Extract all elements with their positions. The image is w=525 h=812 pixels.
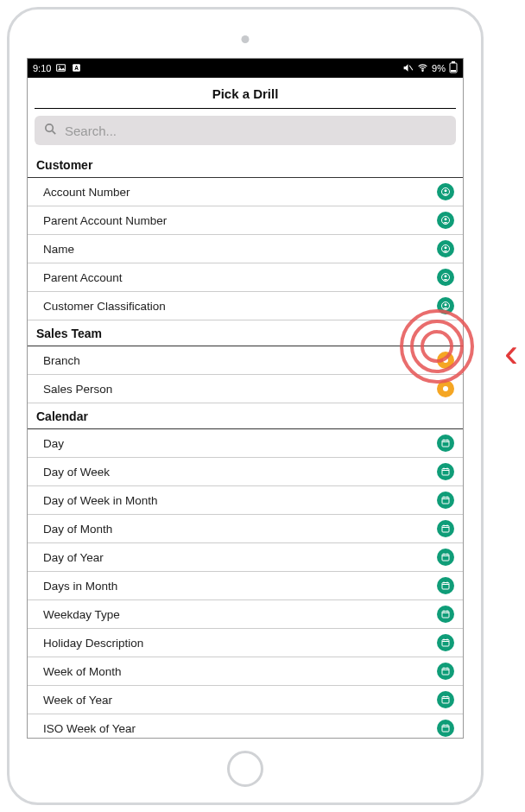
calendar-badge-icon: [437, 463, 454, 480]
svg-rect-43: [442, 583, 449, 590]
list-item[interactable]: Account Number: [28, 178, 463, 206]
dot-badge-icon: [437, 380, 454, 397]
calendar-badge-icon: [437, 634, 454, 651]
calendar-badge-icon: [437, 691, 454, 708]
list-item-label: Week of Month: [43, 665, 122, 678]
tablet-frame: 9:10 A 9% Pick a: [7, 7, 484, 805]
svg-line-10: [53, 130, 56, 134]
list-item[interactable]: Sales Person: [28, 375, 463, 403]
search-icon: [43, 122, 58, 140]
calendar-badge-icon: [437, 606, 454, 623]
list-item[interactable]: Day: [28, 429, 463, 458]
list-item-label: Account Number: [43, 186, 130, 199]
svg-rect-55: [442, 669, 449, 676]
calendar-badge-icon: [437, 577, 454, 594]
list-item[interactable]: Day of Month: [28, 515, 463, 543]
calendar-badge-icon: [437, 663, 454, 680]
section-header: Sales Team: [28, 320, 463, 346]
list-item-label: Day: [43, 437, 64, 450]
list-item[interactable]: Day of Year: [28, 543, 463, 572]
list-item-label: Day of Month: [43, 523, 112, 536]
list-item-label: Day of Year: [43, 551, 104, 564]
home-button[interactable]: [227, 751, 263, 787]
svg-line-4: [409, 65, 413, 69]
list-item-label: Sales Person: [43, 383, 112, 396]
person-badge-icon: [437, 240, 454, 257]
camera-dot: [242, 35, 250, 43]
svg-rect-39: [442, 555, 449, 561]
status-time: 9:10: [33, 63, 51, 73]
battery-text: 9%: [432, 63, 446, 73]
svg-rect-35: [442, 526, 449, 533]
list-item-label: Day of Week: [43, 466, 110, 479]
list-item-label: Day of Week in Month: [43, 494, 158, 507]
svg-point-12: [445, 189, 447, 192]
list-item-label: Parent Account: [43, 271, 123, 284]
list-item[interactable]: Customer Classification: [28, 292, 463, 320]
svg-point-18: [445, 275, 447, 277]
svg-rect-23: [442, 441, 449, 447]
picture-icon: [55, 62, 66, 75]
header-divider: [35, 108, 456, 109]
calendar-badge-icon: [437, 520, 454, 537]
svg-point-22: [443, 386, 448, 391]
list-item[interactable]: Name: [28, 235, 463, 263]
list-item-label: Weekday Type: [43, 608, 120, 621]
calendar-badge-icon: [437, 492, 454, 509]
app-icon: A: [71, 62, 82, 75]
calendar-badge-icon: [437, 720, 454, 737]
wifi-icon: [417, 62, 428, 75]
list-item[interactable]: ISO Week of Year: [28, 714, 463, 738]
list-item-label: Name: [43, 243, 74, 256]
search-input[interactable]: [65, 124, 447, 138]
list-item-label: Branch: [43, 354, 80, 367]
list-item-label: Days in Month: [43, 580, 117, 593]
svg-rect-7: [452, 61, 455, 63]
svg-point-9: [46, 124, 54, 131]
person-badge-icon: [437, 269, 454, 286]
person-badge-icon: [437, 212, 454, 229]
app-screen: 9:10 A 9% Pick a: [27, 58, 464, 739]
list-item[interactable]: Holiday Description: [28, 629, 463, 657]
person-badge-icon: [437, 297, 454, 314]
svg-point-1: [59, 66, 60, 67]
svg-point-5: [422, 70, 423, 71]
svg-text:A: A: [75, 65, 79, 71]
list-item-label: Parent Account Number: [43, 214, 167, 227]
calendar-badge-icon: [437, 435, 454, 452]
page-title: Pick a Drill: [28, 78, 463, 108]
list-item-label: ISO Week of Year: [43, 722, 136, 735]
svg-point-16: [445, 246, 447, 249]
section-header: Customer: [28, 152, 463, 178]
list-item[interactable]: Parent Account Number: [28, 206, 463, 235]
list-item[interactable]: Branch: [28, 346, 463, 375]
svg-rect-27: [442, 469, 449, 476]
svg-point-20: [445, 303, 447, 306]
battery-icon: [449, 61, 458, 75]
list-item[interactable]: Parent Account: [28, 263, 463, 292]
pointer-chevron-icon: ‹: [504, 332, 518, 373]
status-bar: 9:10 A 9%: [28, 59, 463, 78]
list-item[interactable]: Weekday Type: [28, 600, 463, 629]
svg-rect-8: [451, 70, 456, 72]
list-item[interactable]: Week of Month: [28, 657, 463, 686]
svg-rect-59: [442, 697, 449, 704]
search-box[interactable]: [35, 116, 456, 145]
list-item[interactable]: Day of Week in Month: [28, 486, 463, 515]
calendar-badge-icon: [437, 549, 454, 566]
mute-icon: [402, 62, 414, 75]
list-item[interactable]: Day of Week: [28, 458, 463, 486]
list-item-label: Customer Classification: [43, 300, 166, 313]
list-item[interactable]: Week of Year: [28, 686, 463, 714]
drill-list[interactable]: CustomerAccount NumberParent Account Num…: [28, 152, 463, 738]
svg-point-21: [443, 358, 448, 363]
svg-rect-47: [442, 612, 449, 619]
person-badge-icon: [437, 183, 454, 200]
dot-badge-icon: [437, 352, 454, 369]
svg-rect-63: [442, 726, 449, 733]
svg-rect-51: [442, 640, 449, 647]
section-header: Calendar: [28, 403, 463, 429]
list-item-label: Week of Year: [43, 694, 112, 707]
list-item[interactable]: Days in Month: [28, 572, 463, 600]
svg-point-14: [445, 218, 447, 220]
